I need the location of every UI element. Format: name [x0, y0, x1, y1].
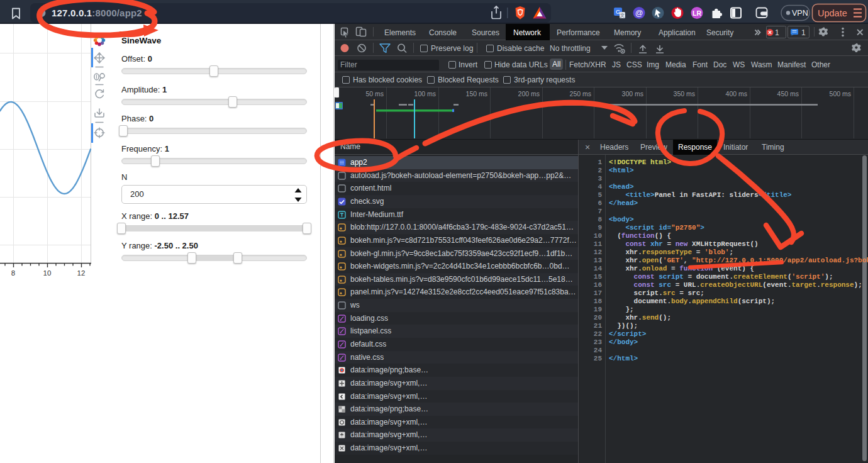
- svg-text:50 ms: 50 ms: [365, 90, 384, 98]
- svg-text:100 ms: 100 ms: [415, 90, 436, 98]
- svg-text:150 ms: 150 ms: [466, 90, 487, 98]
- svg-text:10: 10: [43, 269, 52, 277]
- svg-text:VPN: VPN: [792, 9, 808, 18]
- svg-text:350 ms: 350 ms: [674, 90, 695, 98]
- svg-text:400 ms: 400 ms: [726, 90, 747, 98]
- svg-text:500 ms: 500 ms: [830, 90, 851, 98]
- svg-text:LR: LR: [693, 9, 701, 17]
- svg-text:250 ms: 250 ms: [570, 90, 591, 98]
- svg-text:文: 文: [620, 13, 625, 18]
- svg-text:300 ms: 300 ms: [622, 90, 643, 98]
- svg-text:12: 12: [77, 269, 86, 277]
- svg-text:450 ms: 450 ms: [777, 90, 799, 98]
- svg-text:200 ms: 200 ms: [518, 90, 540, 98]
- svg-text:8: 8: [11, 269, 15, 277]
- svg-text:Update: Update: [818, 8, 847, 18]
- svg-text:@: @: [635, 9, 643, 18]
